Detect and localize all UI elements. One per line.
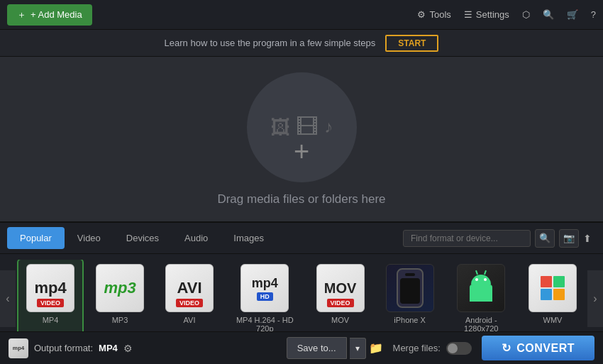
mov-badge: VIDEO <box>327 299 354 307</box>
win-square-red <box>541 276 552 287</box>
format-panel-header: Popular Video Devices Audio Images 🔍 📷 ⬆ <box>0 223 603 254</box>
format-item-wmv[interactable]: WMV <box>521 260 585 337</box>
drop-zone[interactable]: 🖼 🎞 ♪ + Drag media files or folders here <box>0 57 603 221</box>
win-square-yellow <box>553 289 565 300</box>
android-head <box>471 275 491 285</box>
help-button[interactable]: ? <box>591 9 596 20</box>
drop-circle: 🖼 🎞 ♪ + <box>247 72 357 182</box>
format-icon-mp4: mp4 VIDEO <box>26 264 74 312</box>
format-icon-avi: AVI VIDEO <box>165 264 214 312</box>
android-eye-right <box>484 278 487 281</box>
format-panel: Popular Video Devices Audio Images 🔍 📷 ⬆… <box>0 221 603 343</box>
format-label-mp4: MP4 <box>43 316 59 324</box>
merge-files-label: Merge files: <box>393 343 441 353</box>
search-toolbar-icon: 🔍 <box>543 9 554 20</box>
format-label-avi: AVI <box>184 316 196 324</box>
format-label-mp3: MP3 <box>112 316 128 324</box>
format-item-mp4[interactable]: mp4 VIDEO MP4 <box>18 260 82 337</box>
toolbar: ＋ + Add Media ⚙ Tools ☰ Settings ⬡ 🔍 🛒 ? <box>0 0 603 30</box>
output-format-value: MP4 <box>99 343 118 353</box>
android-eye-left <box>475 278 478 281</box>
format-tabs: Popular Video Devices Audio Images <box>7 227 403 249</box>
help-icon: ? <box>591 9 596 20</box>
format-capture-button[interactable]: 📷 <box>559 229 579 248</box>
mp4-badge: VIDEO <box>37 299 64 307</box>
tab-video[interactable]: Video <box>65 227 114 249</box>
android-body <box>470 285 492 302</box>
toolbar-right: ⚙ Tools ☰ Settings ⬡ 🔍 🛒 ? <box>417 9 596 20</box>
music-icon: ♪ <box>324 117 333 137</box>
output-format-label: Output format: <box>34 343 93 353</box>
convert-label: CONVERT <box>516 342 575 355</box>
share-button[interactable]: ⬡ <box>522 9 530 20</box>
tools-label: Tools <box>429 9 450 20</box>
tab-audio[interactable]: Audio <box>172 227 221 249</box>
save-to-group: Save to... ▾ 📁 <box>287 337 383 359</box>
convert-button[interactable]: ↻ CONVERT <box>482 336 594 360</box>
tools-menu[interactable]: ⚙ Tools <box>417 9 450 20</box>
cart-icon: 🛒 <box>567 9 578 20</box>
info-text: Learn how to use the program in a few si… <box>165 38 376 48</box>
info-bar: Learn how to use the program in a few si… <box>0 30 603 57</box>
add-media-label: + Add Media <box>31 9 82 20</box>
format-item-avi[interactable]: AVI VIDEO AVI <box>157 260 221 337</box>
output-settings-button[interactable]: ⚙ <box>123 343 133 354</box>
format-icon-mp4hd: mp4 HD <box>240 264 289 312</box>
format-item-mov[interactable]: MOV VIDEO MOV <box>309 260 372 337</box>
add-media-button[interactable]: ＋ + Add Media <box>7 4 92 26</box>
format-icon-android <box>457 264 505 312</box>
save-folder-button[interactable]: 📁 <box>369 341 383 355</box>
format-item-mp4hd[interactable]: mp4 HD MP4 H.264 - HD 720p <box>227 260 303 337</box>
windows-logo <box>541 276 565 300</box>
win-square-green <box>553 276 565 287</box>
drop-plus-icon: + <box>294 136 309 167</box>
photo-icon: 🖼 <box>270 116 290 139</box>
format-item-iphone[interactable]: iPhone X <box>378 260 442 337</box>
tab-images[interactable]: Images <box>221 227 277 249</box>
save-to-button[interactable]: Save to... <box>287 337 347 359</box>
mp4hd-badge: HD <box>257 292 273 301</box>
iphone-notch <box>405 273 415 276</box>
format-search-input[interactable] <box>403 230 531 247</box>
format-search-button[interactable]: 🔍 <box>535 229 555 248</box>
start-button[interactable]: START <box>385 35 438 52</box>
format-icon-mov: MOV VIDEO <box>316 264 365 312</box>
format-icon-iphone <box>386 264 434 312</box>
plus-icon: ＋ <box>17 9 26 21</box>
settings-menu[interactable]: ☰ Settings <box>464 9 509 20</box>
android-antenna-right <box>484 270 487 275</box>
format-icon-mp3: mp3 <box>96 264 144 312</box>
format-label-android: Android - 1280x720 <box>450 316 512 333</box>
format-item-android[interactable]: Android - 1280x720 <box>448 260 515 337</box>
format-label-iphone: iPhone X <box>394 316 426 324</box>
toolbar-left: ＋ + Add Media <box>7 4 417 26</box>
android-graphic <box>470 275 492 302</box>
toggle-knob <box>448 343 458 353</box>
android-antenna-left <box>475 270 478 275</box>
format-label-mov: MOV <box>331 316 349 324</box>
scroll-left-button[interactable]: ‹ <box>0 270 16 327</box>
bottom-bar: mp4 Output format: MP4 ⚙ Save to... ▾ 📁 … <box>0 331 603 364</box>
iphone-screen <box>400 278 420 304</box>
output-format-icon-text: mp4 <box>13 345 24 351</box>
iphone-graphic <box>397 268 424 308</box>
scroll-right-button[interactable]: › <box>587 270 603 327</box>
tab-devices[interactable]: Devices <box>114 227 172 249</box>
format-item-mp3[interactable]: mp3 MP3 <box>88 260 152 337</box>
format-search: 🔍 📷 <box>403 229 579 248</box>
format-label-mp4hd: MP4 H.264 - HD 720p <box>230 316 300 333</box>
merge-files-toggle[interactable] <box>446 342 472 355</box>
format-items-row: ‹ mp4 VIDEO MP4 mp3 MP3 <box>0 254 603 343</box>
tab-popular[interactable]: Popular <box>7 227 65 249</box>
settings-label: Settings <box>476 9 509 20</box>
merge-files-group: Merge files: <box>393 342 472 355</box>
avi-badge: VIDEO <box>176 299 203 307</box>
tools-icon: ⚙ <box>417 9 426 20</box>
cart-button[interactable]: 🛒 <box>567 9 578 20</box>
search-button[interactable]: 🔍 <box>543 9 554 20</box>
drop-text: Drag media files or folders here <box>217 192 385 206</box>
save-to-dropdown-button[interactable]: ▾ <box>350 338 366 359</box>
format-items-list: mp4 VIDEO MP4 mp3 MP3 AVI VIDEO <box>16 260 587 337</box>
collapse-button[interactable]: ⬆ <box>579 233 596 244</box>
format-label-wmv: WMV <box>543 316 563 324</box>
